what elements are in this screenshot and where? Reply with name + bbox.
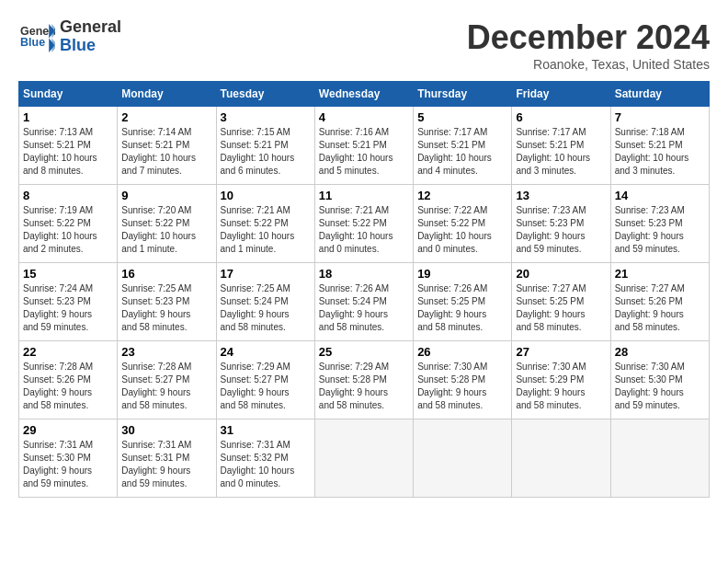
day-number: 15 xyxy=(23,267,113,281)
day-of-week-header: Wednesday xyxy=(314,82,413,107)
calendar-cell: 17Sunrise: 7:25 AM Sunset: 5:24 PM Dayli… xyxy=(216,263,314,341)
day-info: Sunrise: 7:20 AM Sunset: 5:22 PM Dayligh… xyxy=(121,204,211,256)
day-info: Sunrise: 7:23 AM Sunset: 5:23 PM Dayligh… xyxy=(516,204,606,256)
calendar-cell: 6Sunrise: 7:17 AM Sunset: 5:21 PM Daylig… xyxy=(512,107,610,185)
day-number: 13 xyxy=(516,189,606,202)
calendar-cell: 21Sunrise: 7:27 AM Sunset: 5:26 PM Dayli… xyxy=(610,263,709,341)
calendar-cell: 7Sunrise: 7:18 AM Sunset: 5:21 PM Daylig… xyxy=(610,107,709,185)
day-of-week-header: Saturday xyxy=(610,82,709,107)
day-info: Sunrise: 7:26 AM Sunset: 5:24 PM Dayligh… xyxy=(319,282,409,334)
calendar-cell: 18Sunrise: 7:26 AM Sunset: 5:24 PM Dayli… xyxy=(314,263,413,341)
calendar-table: SundayMondayTuesdayWednesdayThursdayFrid… xyxy=(18,81,710,498)
day-number: 20 xyxy=(516,267,606,281)
day-info: Sunrise: 7:21 AM Sunset: 5:22 PM Dayligh… xyxy=(319,204,409,256)
calendar-cell: 23Sunrise: 7:28 AM Sunset: 5:27 PM Dayli… xyxy=(118,341,216,419)
calendar-header-row: SundayMondayTuesdayWednesdayThursdayFrid… xyxy=(19,82,710,107)
day-info: Sunrise: 7:17 AM Sunset: 5:21 PM Dayligh… xyxy=(417,126,507,178)
day-number: 30 xyxy=(121,423,211,437)
day-info: Sunrise: 7:14 AM Sunset: 5:21 PM Dayligh… xyxy=(121,126,211,178)
calendar-cell: 31Sunrise: 7:31 AM Sunset: 5:32 PM Dayli… xyxy=(216,419,314,498)
day-number: 27 xyxy=(516,345,606,359)
day-of-week-header: Tuesday xyxy=(216,82,314,107)
day-number: 28 xyxy=(615,345,705,359)
calendar-cell: 16Sunrise: 7:25 AM Sunset: 5:23 PM Dayli… xyxy=(118,263,216,341)
svg-text:Blue: Blue xyxy=(20,36,45,49)
calendar-cell: 19Sunrise: 7:26 AM Sunset: 5:25 PM Dayli… xyxy=(414,263,512,341)
day-number: 11 xyxy=(319,189,409,202)
calendar-week-row: 22Sunrise: 7:28 AM Sunset: 5:26 PM Dayli… xyxy=(19,341,710,419)
calendar-week-row: 1Sunrise: 7:13 AM Sunset: 5:21 PM Daylig… xyxy=(19,107,710,185)
logo: General Blue General Blue xyxy=(18,18,121,55)
day-number: 10 xyxy=(221,189,311,202)
calendar-cell: 13Sunrise: 7:23 AM Sunset: 5:23 PM Dayli… xyxy=(512,185,610,263)
title-block: December 2024 Roanoke, Texas, United Sta… xyxy=(467,18,710,72)
calendar-cell xyxy=(512,419,610,498)
month-title: December 2024 xyxy=(467,18,710,57)
calendar-cell: 14Sunrise: 7:23 AM Sunset: 5:23 PM Dayli… xyxy=(610,185,709,263)
calendar-cell xyxy=(414,419,512,498)
calendar-cell: 10Sunrise: 7:21 AM Sunset: 5:22 PM Dayli… xyxy=(216,185,314,263)
calendar-week-row: 8Sunrise: 7:19 AM Sunset: 5:22 PM Daylig… xyxy=(19,185,710,263)
calendar-cell: 29Sunrise: 7:31 AM Sunset: 5:30 PM Dayli… xyxy=(19,419,118,498)
day-info: Sunrise: 7:27 AM Sunset: 5:25 PM Dayligh… xyxy=(516,282,606,334)
day-info: Sunrise: 7:30 AM Sunset: 5:29 PM Dayligh… xyxy=(516,361,606,412)
location: Roanoke, Texas, United States xyxy=(467,57,710,72)
calendar-cell: 12Sunrise: 7:22 AM Sunset: 5:22 PM Dayli… xyxy=(414,185,512,263)
day-number: 12 xyxy=(417,189,507,202)
calendar-cell: 1Sunrise: 7:13 AM Sunset: 5:21 PM Daylig… xyxy=(19,107,118,185)
calendar-cell: 5Sunrise: 7:17 AM Sunset: 5:21 PM Daylig… xyxy=(414,107,512,185)
logo-general: General xyxy=(60,17,121,36)
day-of-week-header: Monday xyxy=(118,82,216,107)
day-number: 9 xyxy=(121,189,211,202)
day-number: 2 xyxy=(121,110,211,124)
calendar-cell: 8Sunrise: 7:19 AM Sunset: 5:22 PM Daylig… xyxy=(19,185,118,263)
calendar-week-row: 29Sunrise: 7:31 AM Sunset: 5:30 PM Dayli… xyxy=(19,419,710,498)
day-info: Sunrise: 7:21 AM Sunset: 5:22 PM Dayligh… xyxy=(221,204,311,256)
day-number: 22 xyxy=(23,345,113,359)
day-info: Sunrise: 7:22 AM Sunset: 5:22 PM Dayligh… xyxy=(417,204,507,256)
day-number: 5 xyxy=(417,110,507,124)
logo-blue: Blue xyxy=(60,37,121,55)
day-info: Sunrise: 7:17 AM Sunset: 5:21 PM Dayligh… xyxy=(516,126,606,178)
day-info: Sunrise: 7:25 AM Sunset: 5:23 PM Dayligh… xyxy=(121,282,211,334)
day-info: Sunrise: 7:31 AM Sunset: 5:32 PM Dayligh… xyxy=(221,439,311,490)
day-number: 17 xyxy=(221,267,311,281)
calendar-cell: 9Sunrise: 7:20 AM Sunset: 5:22 PM Daylig… xyxy=(118,185,216,263)
day-info: Sunrise: 7:29 AM Sunset: 5:27 PM Dayligh… xyxy=(221,361,311,412)
day-info: Sunrise: 7:24 AM Sunset: 5:23 PM Dayligh… xyxy=(23,282,113,334)
svg-marker-3 xyxy=(51,24,55,52)
calendar-cell: 26Sunrise: 7:30 AM Sunset: 5:28 PM Dayli… xyxy=(414,341,512,419)
day-number: 1 xyxy=(23,110,113,124)
calendar-cell xyxy=(314,419,413,498)
day-of-week-header: Thursday xyxy=(414,82,512,107)
day-info: Sunrise: 7:30 AM Sunset: 5:30 PM Dayligh… xyxy=(615,361,705,412)
day-number: 14 xyxy=(615,189,705,202)
day-number: 19 xyxy=(417,267,507,281)
day-number: 29 xyxy=(23,423,113,437)
day-number: 16 xyxy=(121,267,211,281)
day-info: Sunrise: 7:19 AM Sunset: 5:22 PM Dayligh… xyxy=(23,204,113,256)
day-info: Sunrise: 7:31 AM Sunset: 5:31 PM Dayligh… xyxy=(121,439,211,490)
day-info: Sunrise: 7:31 AM Sunset: 5:30 PM Dayligh… xyxy=(23,439,113,490)
day-number: 21 xyxy=(615,267,705,281)
day-of-week-header: Friday xyxy=(512,82,610,107)
day-number: 31 xyxy=(221,423,311,437)
calendar-cell: 30Sunrise: 7:31 AM Sunset: 5:31 PM Dayli… xyxy=(118,419,216,498)
day-number: 25 xyxy=(319,345,409,359)
day-of-week-header: Sunday xyxy=(19,82,118,107)
calendar-cell: 20Sunrise: 7:27 AM Sunset: 5:25 PM Dayli… xyxy=(512,263,610,341)
day-number: 4 xyxy=(319,110,409,124)
calendar-cell: 4Sunrise: 7:16 AM Sunset: 5:21 PM Daylig… xyxy=(314,107,413,185)
calendar-cell: 2Sunrise: 7:14 AM Sunset: 5:21 PM Daylig… xyxy=(118,107,216,185)
day-info: Sunrise: 7:16 AM Sunset: 5:21 PM Dayligh… xyxy=(319,126,409,178)
calendar-cell xyxy=(610,419,709,498)
calendar-cell: 27Sunrise: 7:30 AM Sunset: 5:29 PM Dayli… xyxy=(512,341,610,419)
day-number: 6 xyxy=(516,110,606,124)
day-number: 18 xyxy=(319,267,409,281)
calendar-week-row: 15Sunrise: 7:24 AM Sunset: 5:23 PM Dayli… xyxy=(19,263,710,341)
day-number: 7 xyxy=(615,110,705,124)
day-number: 8 xyxy=(23,189,113,202)
calendar-cell: 11Sunrise: 7:21 AM Sunset: 5:22 PM Dayli… xyxy=(314,185,413,263)
day-info: Sunrise: 7:28 AM Sunset: 5:26 PM Dayligh… xyxy=(23,361,113,412)
day-info: Sunrise: 7:18 AM Sunset: 5:21 PM Dayligh… xyxy=(615,126,705,178)
